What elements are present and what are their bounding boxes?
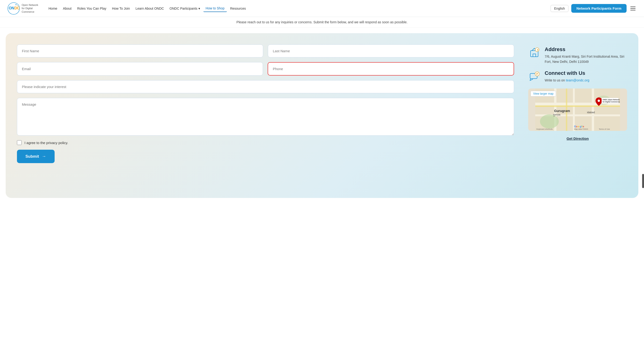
- svg-text:Map data ©2023: Map data ©2023: [574, 128, 588, 130]
- scrollbar-indicator[interactable]: [642, 174, 644, 188]
- hamburger-menu[interactable]: [630, 6, 636, 11]
- svg-text:e: e: [583, 125, 584, 128]
- svg-text:for Digital Commerce): for Digital Commerce): [602, 101, 620, 103]
- address-text: Address 7/6, August Kranti Marg, Siri Fo…: [545, 46, 627, 64]
- email-input[interactable]: [17, 62, 263, 76]
- nav-howtojoin[interactable]: How To Join: [110, 5, 132, 12]
- connect-svg-icon: [528, 70, 540, 82]
- interest-input[interactable]: [17, 80, 514, 93]
- svg-text:★: ★: [537, 49, 539, 51]
- navbar: O N D C Open Network for Digital Commerc…: [0, 0, 644, 17]
- hamburger-line-2: [630, 8, 636, 9]
- connect-title: Connect with Us: [545, 70, 590, 76]
- contact-info: ★ Address 7/6, August Kranti Marg, Siri …: [528, 44, 627, 140]
- nav-roles[interactable]: Roles You Can Play: [75, 5, 109, 12]
- privacy-checkbox[interactable]: [17, 140, 22, 145]
- connect-text: Connect with Us Write to us on team@ondc…: [545, 70, 590, 83]
- submit-label: Submit: [26, 154, 39, 159]
- connect-icon: [528, 70, 540, 82]
- nav-links: Home About Roles You Can Play How To Joi…: [46, 5, 549, 12]
- logo-area[interactable]: O N D C Open Network for Digital Commerc…: [8, 2, 40, 14]
- connect-email[interactable]: team@ondc.org: [566, 78, 590, 82]
- contact-form: I agree to the privacy policy. Submit →: [17, 44, 514, 163]
- svg-point-35: [598, 100, 600, 102]
- network-participants-button[interactable]: Network Participants Form: [571, 4, 626, 13]
- svg-rect-17: [592, 88, 594, 131]
- svg-text:N: N: [12, 6, 14, 10]
- email-phone-row: [17, 62, 514, 76]
- address-icon: ★: [528, 46, 540, 58]
- hamburger-line-3: [630, 10, 636, 10]
- last-name-input[interactable]: [268, 44, 514, 58]
- form-contact-grid: I agree to the privacy policy. Submit →: [17, 44, 627, 163]
- svg-text:Keyboard shortcuts: Keyboard shortcuts: [536, 128, 553, 130]
- svg-text:idabad: idabad: [587, 111, 595, 114]
- address-title: Address: [545, 46, 627, 52]
- view-larger-map-button[interactable]: View larger map: [530, 91, 556, 96]
- language-button[interactable]: English: [550, 5, 568, 12]
- connect-prefix: Write to us on team@ondc.org: [545, 78, 590, 83]
- svg-text:Terms of Use: Terms of Use: [599, 128, 610, 130]
- main-content: I agree to the privacy policy. Submit →: [6, 33, 638, 198]
- message-textarea[interactable]: [17, 98, 514, 136]
- svg-point-5: [16, 4, 16, 5]
- nav-about[interactable]: About: [60, 5, 74, 12]
- name-row: [17, 44, 514, 58]
- ondc-logo-svg: O N D C: [8, 2, 20, 14]
- address-line: 7/6, August Kranti Marg, Siri Fort Insti…: [545, 54, 627, 64]
- svg-point-6: [17, 5, 18, 6]
- svg-point-20: [540, 114, 559, 128]
- get-direction-link[interactable]: Get Direction: [528, 136, 627, 140]
- map-container: Gurugram गुरुग्राम idabad G o o g l e Ke…: [528, 88, 627, 131]
- nav-learnabout[interactable]: Learn About ONDC: [133, 5, 166, 12]
- nav-participants[interactable]: ONDC Participants ▾: [167, 5, 202, 12]
- svg-text:ONDC (Open Network: ONDC (Open Network: [602, 99, 620, 101]
- svg-text:O: O: [9, 6, 12, 10]
- address-svg-icon: ★: [528, 46, 540, 58]
- nav-actions: English Network Participants Form: [550, 4, 636, 13]
- svg-text:G: G: [574, 125, 576, 128]
- top-bar-message: Please reach out to us for any inquiries…: [0, 17, 644, 28]
- svg-text:g: g: [580, 125, 581, 128]
- phone-input[interactable]: [268, 62, 514, 76]
- svg-rect-16: [573, 88, 575, 131]
- address-block: ★ Address 7/6, August Kranti Marg, Siri …: [528, 46, 627, 64]
- svg-text:C: C: [17, 6, 20, 10]
- top-bar-text: Please reach out to us for any inquiries…: [236, 20, 408, 24]
- hamburger-line-1: [630, 6, 636, 7]
- svg-text:Gurugram: Gurugram: [554, 109, 570, 113]
- svg-text:D: D: [14, 6, 17, 10]
- svg-text:o: o: [578, 125, 579, 128]
- submit-button[interactable]: Submit →: [17, 150, 54, 163]
- svg-text:l: l: [582, 125, 582, 128]
- nav-resources[interactable]: Resources: [228, 5, 248, 12]
- svg-rect-18: [535, 106, 620, 107]
- submit-arrow-icon: →: [42, 154, 46, 159]
- svg-text:गुरुग्राम: गुरुग्राम: [553, 114, 560, 116]
- nav-howtoshop[interactable]: How to Shop: [203, 5, 227, 12]
- svg-text:o: o: [576, 125, 578, 128]
- nav-home[interactable]: Home: [46, 5, 60, 12]
- first-name-input[interactable]: [17, 44, 263, 58]
- privacy-row: I agree to the privacy policy.: [17, 140, 514, 145]
- logo-subtext: Open Network for Digital Commerce: [22, 3, 40, 14]
- connect-block: Connect with Us Write to us on team@ondc…: [528, 70, 627, 83]
- privacy-label: I agree to the privacy policy.: [24, 141, 68, 145]
